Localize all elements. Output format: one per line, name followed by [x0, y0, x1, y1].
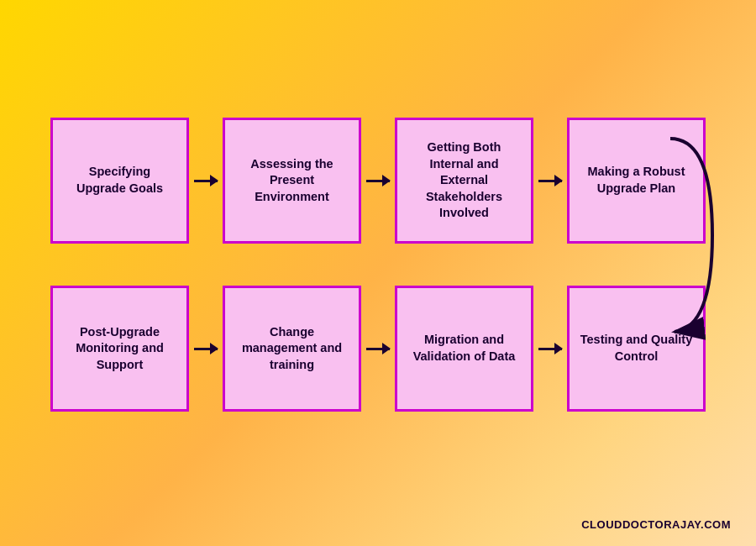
row-1: Specifying Upgrade Goals Assessing the P… — [50, 118, 706, 244]
box-3: Getting Both Internal and External Stake… — [395, 118, 533, 244]
box-6: Change management and training — [223, 286, 361, 412]
box-2-text: Assessing the Present Environment — [235, 156, 349, 206]
box-3-text: Getting Both Internal and External Stake… — [407, 139, 521, 222]
row-2: Post-Upgrade Monitoring and Support Chan… — [50, 286, 706, 412]
box-4-text: Making a Robust Upgrade Plan — [580, 164, 693, 197]
arrow-3-4 — [533, 172, 567, 189]
rows-wrapper: Specifying Upgrade Goals Assessing the P… — [50, 109, 706, 420]
arrow-7-8 — [533, 340, 567, 357]
box-5: Post-Upgrade Monitoring and Support — [50, 286, 189, 412]
box-8: Testing and Quality Control — [567, 286, 706, 412]
arrow-1-2 — [189, 172, 223, 189]
box-2: Assessing the Present Environment — [223, 118, 361, 244]
arrow-5-6 — [189, 340, 223, 357]
arrow-2-3 — [361, 172, 395, 189]
watermark: CLOUDDOCTORAJAY.COM — [581, 518, 731, 531]
box-5-text: Post-Upgrade Monitoring and Support — [63, 324, 176, 374]
box-1: Specifying Upgrade Goals — [50, 118, 189, 244]
box-6-text: Change management and training — [235, 324, 349, 374]
box-7: Migration and Validation of Data — [395, 286, 533, 412]
box-1-text: Specifying Upgrade Goals — [63, 164, 176, 197]
main-container: Specifying Upgrade Goals Assessing the P… — [0, 0, 756, 546]
box-7-text: Migration and Validation of Data — [407, 332, 521, 365]
box-8-text: Testing and Quality Control — [580, 332, 693, 365]
box-4: Making a Robust Upgrade Plan — [567, 118, 706, 244]
arrow-6-7 — [361, 340, 395, 357]
